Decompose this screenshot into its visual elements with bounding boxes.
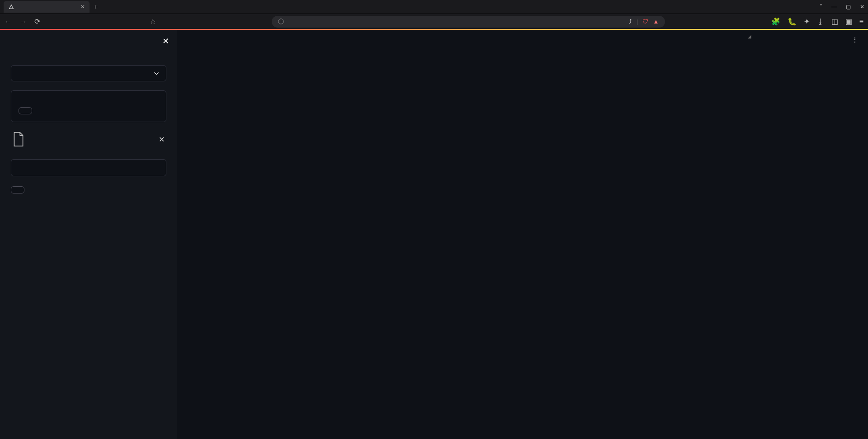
chevron-down-icon <box>153 70 160 76</box>
resize-handle-icon[interactable]: ◢ <box>748 34 751 39</box>
extension-icon[interactable]: 🧩 <box>771 17 780 26</box>
train-button[interactable] <box>11 186 24 194</box>
main-content: ⋮ ◢ <box>177 30 868 439</box>
file-icon <box>13 132 24 146</box>
site-icon <box>8 4 14 10</box>
sidepanel-icon[interactable]: ◫ <box>831 17 838 26</box>
file-dropzone[interactable] <box>11 90 166 122</box>
problem-type-select[interactable] <box>11 65 166 81</box>
reload-icon[interactable]: ⟳ <box>34 17 40 26</box>
new-tab-button[interactable]: + <box>94 3 98 10</box>
download-icon[interactable]: ⭳ <box>817 18 824 26</box>
more-icon[interactable]: ⋮ <box>852 36 858 43</box>
window-controls: ˅ — ▢ ✕ <box>820 4 864 10</box>
target-input[interactable] <box>11 159 166 176</box>
extensions-icon[interactable]: ✦ <box>804 17 810 26</box>
wallet-icon[interactable]: ▣ <box>845 17 852 26</box>
minimize-icon[interactable]: — <box>831 4 837 10</box>
menu-icon[interactable]: ≡ <box>859 18 863 26</box>
remove-file-icon[interactable]: ✕ <box>159 135 165 144</box>
close-window-icon[interactable]: ✕ <box>860 4 864 10</box>
forward-icon[interactable]: → <box>20 18 27 26</box>
close-sidebar-icon[interactable]: ✕ <box>162 36 169 46</box>
shield-icon[interactable]: 🛡 <box>642 18 648 25</box>
bookmark-icon[interactable]: ☆ <box>150 17 156 26</box>
uploaded-file: ✕ <box>11 128 166 150</box>
maximize-icon[interactable]: ▢ <box>846 4 851 10</box>
browser-tab[interactable]: ✕ <box>4 1 90 13</box>
address-bar[interactable]: ⓘ ⤴ | 🛡 ▲ <box>272 16 665 28</box>
share-icon[interactable]: ⤴ <box>629 18 632 25</box>
extension-icon[interactable]: 🐛 <box>788 17 797 26</box>
browse-files-button[interactable] <box>19 107 32 114</box>
browser-toolbar: ← → ⟳ ☆ ⓘ ⤴ | 🛡 ▲ 🧩 🐛 ✦ ⭳ ◫ ▣ ≡ <box>0 14 868 29</box>
sidebar: ✕ ✕ <box>0 30 177 439</box>
browser-tab-strip: ✕ + ˅ — ▢ ✕ <box>0 0 868 14</box>
back-icon[interactable]: ← <box>5 18 12 26</box>
tab-list-icon[interactable]: ˅ <box>820 4 822 10</box>
close-icon[interactable]: ✕ <box>80 4 85 10</box>
info-icon[interactable]: ⓘ <box>278 18 284 26</box>
brave-rewards-icon[interactable]: ▲ <box>653 18 659 25</box>
